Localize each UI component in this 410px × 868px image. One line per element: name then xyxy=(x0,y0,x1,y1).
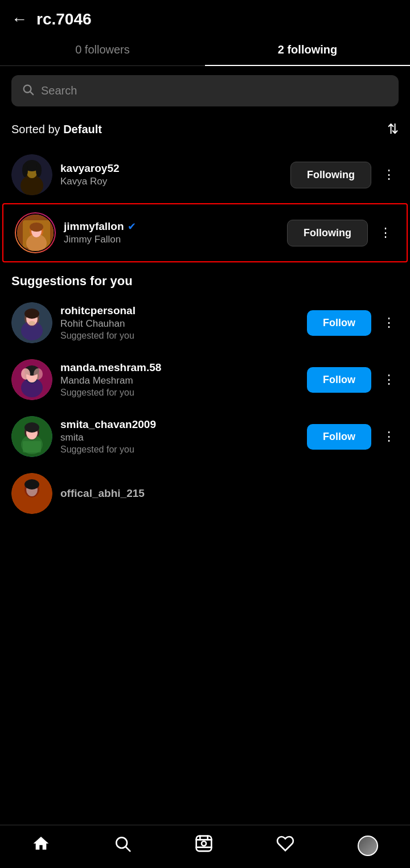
displayname-smita: smita xyxy=(60,432,299,443)
more-options-jimmyfallon[interactable]: ⋮ xyxy=(376,221,395,245)
svg-point-20 xyxy=(28,321,35,326)
sort-label: Sorted by Default xyxy=(11,123,102,136)
nav-home-icon[interactable] xyxy=(32,834,50,857)
more-options-rohitcpersonal[interactable]: ⋮ xyxy=(379,311,399,335)
suggestions-header: Suggestions for you xyxy=(0,262,410,294)
nav-heart-icon[interactable] xyxy=(276,834,294,857)
username-offical: offical_abhi_215 xyxy=(60,487,145,500)
back-button[interactable]: ← xyxy=(11,10,27,28)
suggested-manda: Suggested for you xyxy=(60,388,299,398)
svg-point-41 xyxy=(202,841,206,846)
search-container xyxy=(0,66,410,116)
avatar-jimmyfallon[interactable] xyxy=(15,212,56,253)
username-kavyaroy52: kavyaroy52 xyxy=(60,162,120,175)
user-info-jimmyfallon: jimmyfallon ✔ Jimmy Fallon xyxy=(64,220,279,245)
more-options-manda[interactable]: ⋮ xyxy=(379,368,399,392)
bottom-nav xyxy=(0,825,410,868)
avatar-manda[interactable] xyxy=(11,359,52,400)
user-info-rohitcpersonal: rohitcpersonal Rohit Chauhan Suggested f… xyxy=(60,305,299,341)
username-manda: manda.meshram.58 xyxy=(60,361,161,374)
user-info-manda: manda.meshram.58 Manda Meshram Suggested… xyxy=(60,361,299,398)
svg-rect-33 xyxy=(23,441,41,452)
suggestion-item-rohitcpersonal: rohitcpersonal Rohit Chauhan Suggested f… xyxy=(0,294,410,351)
username-jimmyfallon: jimmyfallon xyxy=(64,220,124,233)
svg-line-39 xyxy=(126,847,130,851)
following-button-jimmyfallon[interactable]: Following xyxy=(287,220,368,246)
suggestion-item-offical: offical_abhi_215 xyxy=(0,465,410,565)
avatar-kavyaroy52[interactable] xyxy=(11,154,52,195)
user-info-smita: smita_chavan2009 smita Suggested for you xyxy=(60,418,299,455)
suggestion-item-smita: smita_chavan2009 smita Suggested for you… xyxy=(0,408,410,465)
search-bar xyxy=(11,75,399,106)
page-title: rc.7046 xyxy=(36,10,92,28)
sort-icon[interactable]: ⇅ xyxy=(387,121,399,137)
svg-point-32 xyxy=(24,422,39,433)
avatar-offical[interactable] xyxy=(11,473,52,514)
tabs-container: 0 followers 2 following xyxy=(0,34,410,66)
svg-point-8 xyxy=(36,163,42,177)
avatar-smita[interactable] xyxy=(11,416,52,457)
svg-point-14 xyxy=(30,223,43,232)
header: ← rc.7046 xyxy=(0,0,410,34)
more-options-smita[interactable]: ⋮ xyxy=(379,425,399,449)
nav-profile-icon[interactable] xyxy=(358,836,378,856)
svg-point-19 xyxy=(24,308,39,319)
svg-rect-40 xyxy=(196,836,212,851)
svg-point-26 xyxy=(21,368,30,380)
suggestion-item-manda: manda.meshram.58 Manda Meshram Suggested… xyxy=(0,351,410,408)
svg-point-37 xyxy=(24,479,39,489)
more-options-kavyaroy52[interactable]: ⋮ xyxy=(379,163,399,187)
search-icon xyxy=(22,83,34,98)
username-rohitcpersonal: rohitcpersonal xyxy=(60,305,136,317)
svg-point-27 xyxy=(34,368,43,380)
nav-search-icon[interactable] xyxy=(113,834,132,857)
follow-button-manda[interactable]: Follow xyxy=(307,367,371,393)
tab-followers[interactable]: 0 followers xyxy=(0,34,205,65)
follow-button-rohitcpersonal[interactable]: Follow xyxy=(307,310,371,336)
avatar-rohitcpersonal[interactable] xyxy=(11,302,52,343)
suggested-rohitcpersonal: Suggested for you xyxy=(60,331,299,341)
following-item-kavyaroy52: kavyaroy52 Kavya Roy Following ⋮ xyxy=(0,146,410,203)
displayname-rohitcpersonal: Rohit Chauhan xyxy=(60,318,299,330)
displayname-manda: Manda Meshram xyxy=(60,375,299,386)
username-smita: smita_chavan2009 xyxy=(60,418,156,431)
svg-point-4 xyxy=(20,175,43,195)
suggested-smita: Suggested for you xyxy=(60,445,299,455)
displayname-jimmyfallon: Jimmy Fallon xyxy=(64,234,279,245)
following-button-kavyaroy52[interactable]: Following xyxy=(290,162,371,188)
user-info-offical: offical_abhi_215 xyxy=(60,487,399,500)
displayname-kavyaroy52: Kavya Roy xyxy=(60,176,282,187)
nav-reels-icon[interactable] xyxy=(195,834,213,857)
verified-icon-jimmyfallon: ✔ xyxy=(128,220,136,233)
sort-row: Sorted by Default ⇅ xyxy=(0,116,410,146)
svg-line-1 xyxy=(30,92,33,94)
user-info-kavyaroy52: kavyaroy52 Kavya Roy xyxy=(60,162,282,187)
tab-following[interactable]: 2 following xyxy=(205,34,410,65)
search-input[interactable] xyxy=(41,84,388,97)
follow-button-smita[interactable]: Follow xyxy=(307,424,371,450)
svg-point-7 xyxy=(22,163,28,177)
following-item-jimmyfallon: jimmyfallon ✔ Jimmy Fallon Following ⋮ xyxy=(2,203,408,262)
